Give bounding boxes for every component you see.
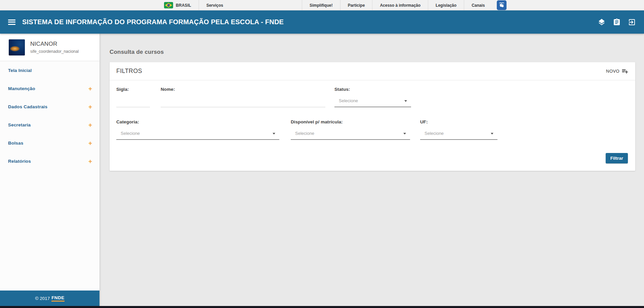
sidebar-item-bolsas[interactable]: Bolsas + xyxy=(0,134,99,152)
playlist-add-icon xyxy=(621,68,629,75)
status-label: Status: xyxy=(334,87,411,92)
brasil-brand[interactable]: BRASIL xyxy=(164,0,199,10)
copyright-text: © 2017 xyxy=(35,296,50,301)
expand-plus-icon: + xyxy=(88,122,92,128)
menu-hamburger-icon[interactable] xyxy=(8,20,15,25)
expand-plus-icon: + xyxy=(88,158,92,164)
user-role: sife_coordenador_nacional xyxy=(30,49,79,54)
expand-plus-icon: + xyxy=(88,104,92,110)
page-title: Consulta de cursos xyxy=(110,49,644,55)
fnde-link[interactable]: FNDE xyxy=(51,295,64,302)
gov-link-participe[interactable]: Participe xyxy=(340,0,372,10)
gov-link-simplifique[interactable]: Simplifique! xyxy=(302,0,340,10)
sidebar-item-dados-cadastrais[interactable]: Dados Cadastrais + xyxy=(0,98,99,116)
categoria-label: Categoria: xyxy=(116,119,279,124)
expand-plus-icon: + xyxy=(88,85,92,92)
app-title: SISTEMA DE INFORMAÇÃO DO PROGRAMA FORMAÇ… xyxy=(22,18,284,26)
sidebar-footer: © 2017 FNDE xyxy=(0,291,99,306)
nome-input[interactable] xyxy=(161,95,325,107)
disponivel-select[interactable]: Selecione xyxy=(291,127,410,140)
filtrar-button[interactable]: Filtrar xyxy=(606,153,628,163)
disponivel-placeholder: Selecione xyxy=(295,131,314,136)
assignment-icon[interactable] xyxy=(613,18,621,26)
uf-select[interactable]: Selecione xyxy=(420,127,497,140)
sigla-input[interactable] xyxy=(116,95,150,107)
sigla-label: Sigla: xyxy=(116,87,150,92)
sidebar: NICANOR sife_coordenador_nacional Tela I… xyxy=(0,34,99,306)
sidebar-item-secretaria[interactable]: Secretaria + xyxy=(0,116,99,134)
filters-form: Sigla: Nome: Status: Selecione C xyxy=(110,80,635,140)
new-course-button[interactable]: NOVO xyxy=(606,68,629,75)
user-avatar xyxy=(9,39,25,55)
categoria-select[interactable]: Selecione xyxy=(116,127,279,140)
dropdown-arrow-icon xyxy=(403,133,406,134)
gov-link-servicos[interactable]: Serviços xyxy=(199,0,231,10)
gov-link-acesso-informacao[interactable]: Acesso à informação xyxy=(372,0,428,10)
uf-placeholder: Selecione xyxy=(425,131,444,136)
bottom-strip xyxy=(0,306,644,308)
sidebar-item-relatorios[interactable]: Relatórios + xyxy=(0,152,99,170)
sidebar-menu: Tela Inicial Manutenção + Dados Cadastra… xyxy=(0,61,99,170)
expand-plus-icon: + xyxy=(88,140,92,146)
dropdown-arrow-icon xyxy=(491,133,493,134)
brasil-label: BRASIL xyxy=(176,3,191,8)
logout-icon[interactable] xyxy=(628,18,636,26)
vlibras-accessibility-icon[interactable] xyxy=(497,0,507,10)
app-header: SISTEMA DE INFORMAÇÃO DO PROGRAMA FORMAÇ… xyxy=(0,10,644,34)
status-placeholder: Selecione xyxy=(339,98,358,103)
dropdown-arrow-icon xyxy=(404,100,407,102)
filters-card-header: FILTROS NOVO xyxy=(110,62,635,80)
dropdown-arrow-icon xyxy=(273,133,275,134)
gov-link-canais[interactable]: Canais xyxy=(464,0,492,10)
sidebar-item-tela-inicial[interactable]: Tela Inicial xyxy=(0,61,99,79)
main-content: Consulta de cursos FILTROS NOVO Sigla: N… xyxy=(99,34,644,306)
filters-card: FILTROS NOVO Sigla: Nome: Status: xyxy=(110,62,635,171)
categoria-placeholder: Selecione xyxy=(121,131,140,136)
uf-label: UF: xyxy=(420,119,497,124)
sidebar-item-manutencao[interactable]: Manutenção + xyxy=(0,79,99,98)
user-panel: NICANOR sife_coordenador_nacional xyxy=(0,34,99,61)
brazil-flag-icon xyxy=(164,2,173,8)
status-select[interactable]: Selecione xyxy=(334,95,411,107)
filters-title: FILTROS xyxy=(116,68,142,75)
layers-icon[interactable] xyxy=(598,18,606,26)
government-bar: BRASIL Serviços Simplifique! Participe A… xyxy=(0,0,644,10)
nome-label: Nome: xyxy=(161,87,325,92)
new-course-label: NOVO xyxy=(606,69,619,74)
gov-link-legislacao[interactable]: Legislação xyxy=(428,0,464,10)
disponivel-label: Disponível p/ matrícula: xyxy=(291,119,410,124)
user-name: NICANOR xyxy=(30,41,79,47)
